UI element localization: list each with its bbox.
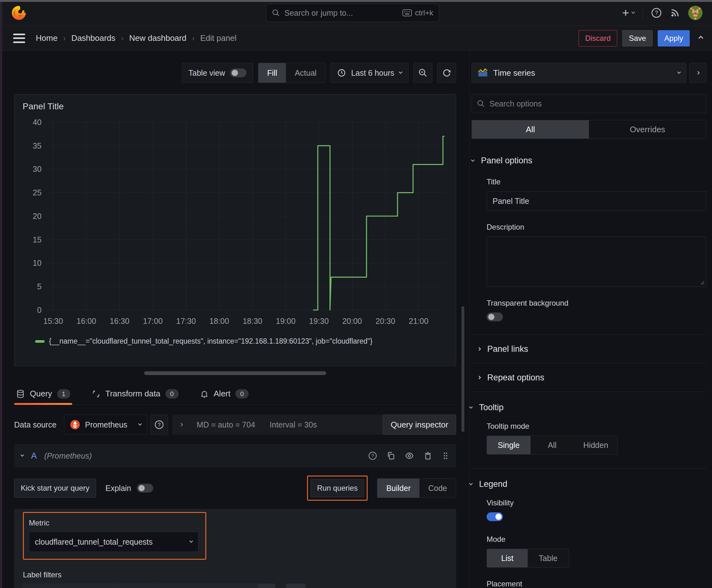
metric-label: Metric <box>29 519 198 527</box>
actual-option[interactable]: Actual <box>286 63 325 83</box>
kick-start-query-button[interactable]: Kick start your query <box>14 479 96 498</box>
options-search-input[interactable] <box>490 99 701 108</box>
zoom-out-button[interactable] <box>413 63 432 83</box>
options-search-box[interactable] <box>472 94 706 113</box>
data-source-picker[interactable]: Prometheus <box>64 415 147 435</box>
data-source-label: Data source <box>14 420 64 429</box>
tab-query[interactable]: Query 1 <box>14 389 72 404</box>
fill-option[interactable]: Fill <box>258 63 286 83</box>
query-row-actions: ? <box>368 451 449 460</box>
delete-query-icon[interactable] <box>424 451 432 460</box>
tooltip-mode-segmented: Single All Hidden <box>487 436 618 455</box>
tab-all[interactable]: All <box>472 120 589 139</box>
run-queries-button[interactable]: Run queries <box>310 479 364 497</box>
resize-grip-icon[interactable] <box>699 280 705 285</box>
search-icon <box>272 9 280 17</box>
global-search-input[interactable] <box>284 8 398 18</box>
collapse-header-icon[interactable] <box>698 36 704 41</box>
options-sidebar: Time series All Overrides <box>469 51 712 588</box>
news-rss-icon[interactable] <box>670 8 680 18</box>
transparent-bg-toggle[interactable] <box>487 313 503 321</box>
drag-handle-icon[interactable] <box>442 451 449 460</box>
save-button[interactable]: Save <box>622 30 653 46</box>
metric-select[interactable]: cloudflared_tunnel_total_requests <box>29 532 198 552</box>
help-icon[interactable]: ? <box>651 7 662 18</box>
repeat-options-title: Repeat options <box>487 373 544 383</box>
legend-mode-table[interactable]: Table <box>528 549 568 567</box>
repeat-options-section[interactable]: Repeat options <box>472 363 706 392</box>
svg-text:20: 20 <box>33 212 41 220</box>
explain-toggle[interactable] <box>137 484 153 492</box>
tab-transform-badge: 0 <box>166 389 179 399</box>
menu-toggle-button[interactable] <box>13 34 25 43</box>
discard-button[interactable]: Discard <box>579 30 617 46</box>
data-source-help-button[interactable]: ? <box>150 415 168 435</box>
prometheus-icon <box>70 420 80 430</box>
tooltip-section-header[interactable]: Tooltip <box>470 403 706 413</box>
run-queries-highlight-box: Run queries <box>307 476 368 501</box>
chevron-right-icon <box>696 71 699 75</box>
breadcrumb-dashboards[interactable]: Dashboards <box>71 33 115 43</box>
select-label-dropdown[interactable]: Select label <box>23 584 117 588</box>
tooltip-mode-hidden[interactable]: Hidden <box>574 436 618 454</box>
toggle-visibility-icon[interactable] <box>405 451 414 460</box>
panel-title-input[interactable] <box>487 191 706 211</box>
visualization-picker[interactable]: Time series <box>472 63 686 83</box>
tooltip-mode-all[interactable]: All <box>531 436 574 454</box>
chevron-down-icon <box>469 482 473 485</box>
query-row-header[interactable]: A (Prometheus) ? <box>14 444 456 467</box>
legend-mode-label: Mode <box>487 535 706 544</box>
visualization-picker-row: Time series <box>472 63 706 83</box>
description-textarea[interactable] <box>487 236 706 287</box>
legend-series-name[interactable]: {__name__="cloudflared_tunnel_total_requ… <box>49 337 372 345</box>
operator-dropdown[interactable]: = <box>118 584 153 588</box>
global-search-box[interactable]: ctrl+k <box>266 4 439 22</box>
tab-overrides[interactable]: Overrides <box>589 120 706 139</box>
svg-text:35: 35 <box>33 141 41 150</box>
legend-section-header[interactable]: Legend <box>470 479 706 489</box>
time-range-picker[interactable]: Last 6 hours <box>330 63 408 83</box>
grafana-logo-icon[interactable] <box>11 5 26 20</box>
legend-mode-list[interactable]: List <box>487 549 528 567</box>
query-inspector-button[interactable]: Query inspector <box>383 415 456 435</box>
new-menu-button[interactable] <box>621 8 634 17</box>
database-icon <box>16 390 25 398</box>
tooltip-section-title: Tooltip <box>479 403 503 413</box>
plus-icon <box>621 8 630 17</box>
time-series-chart[interactable]: 051015202530354015:3016:0016:3017:0017:3… <box>21 114 449 336</box>
breadcrumb-separator: › <box>192 34 195 43</box>
table-view-toggle[interactable] <box>230 68 246 77</box>
select-value-dropdown[interactable]: Select value <box>153 584 257 588</box>
breadcrumb-home[interactable]: Home <box>36 33 58 43</box>
panel-links-section[interactable]: Panel links <box>472 335 706 363</box>
refresh-button[interactable] <box>437 63 456 83</box>
duplicate-query-icon[interactable] <box>386 451 395 460</box>
add-filter-button[interactable]: + <box>286 584 305 588</box>
nav-divider <box>643 7 643 19</box>
query-row-datasource: (Prometheus) <box>44 451 92 460</box>
collapse-query-icon[interactable] <box>20 453 24 457</box>
refresh-icon <box>442 68 451 78</box>
remove-filter-button[interactable]: ✕ <box>258 584 275 588</box>
svg-text:16:30: 16:30 <box>110 317 130 326</box>
apply-button[interactable]: Apply <box>658 30 690 46</box>
query-builder-body: Metric cloudflared_tunnel_total_requests… <box>14 509 456 588</box>
user-avatar[interactable] <box>688 6 703 20</box>
svg-text:?: ? <box>371 453 374 458</box>
legend-visibility-toggle[interactable] <box>487 512 503 521</box>
code-option[interactable]: Code <box>419 479 456 498</box>
query-help-icon[interactable]: ? <box>368 451 377 460</box>
tab-transform-data[interactable]: Transform data 0 <box>90 389 180 404</box>
title-field-label: Title <box>487 177 706 186</box>
label-filter-row: Select label = Select value ✕ + <box>23 584 447 588</box>
panel-options-header[interactable]: Panel options <box>472 156 706 166</box>
panel-resize-handle[interactable] <box>144 371 326 375</box>
legend-series-swatch[interactable] <box>35 340 45 343</box>
breadcrumb-new-dashboard[interactable]: New dashboard <box>129 33 187 43</box>
builder-option[interactable]: Builder <box>377 479 419 498</box>
tab-alert[interactable]: Alert 0 <box>198 389 251 404</box>
window-left-edge <box>0 2 2 588</box>
tooltip-mode-single[interactable]: Single <box>487 436 531 454</box>
main-scrollbar-thumb[interactable] <box>461 306 464 432</box>
toggle-viz-pane-button[interactable] <box>689 63 706 83</box>
